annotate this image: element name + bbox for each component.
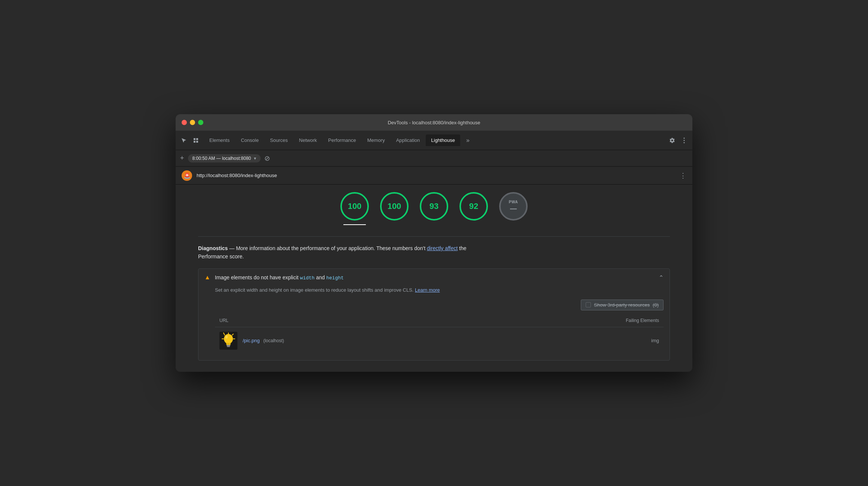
tab-network[interactable]: Network (294, 134, 322, 146)
third-party-count: (0) (653, 302, 659, 308)
score-seo: 92 (459, 192, 488, 221)
warning-description: Set an explicit width and height on imag… (215, 286, 664, 294)
url-text-group: /pic.png (localhost) (243, 338, 284, 343)
warning-header[interactable]: ▲ Image elements do not have explicit wi… (198, 269, 670, 286)
score-circle-pwa[interactable]: PWA — (499, 192, 528, 221)
maximize-button[interactable] (198, 120, 203, 125)
tab-elements[interactable]: Elements (204, 134, 235, 146)
url-bar: + 8:00:50 AM — localhost:8080 ▾ ⊘ (176, 150, 692, 167)
tabs-right-icons (667, 135, 689, 146)
traffic-lights (182, 120, 203, 125)
diagnostics-desc-end: the (459, 245, 466, 251)
diagnostics-heading: Diagnostics (198, 245, 228, 251)
scores-row: 100 100 93 92 PWA — (198, 192, 670, 225)
show-third-party-checkbox[interactable]: Show 3rd-party resources (0) (581, 300, 664, 310)
url-column-header: URL (215, 316, 500, 327)
url-display[interactable]: 8:00:50 AM — localhost:8080 ▾ (188, 154, 261, 162)
title-bar: DevTools - localhost:8080/index-lighthou… (176, 114, 692, 131)
devtools-window: DevTools - localhost:8080/index-lighthou… (176, 114, 692, 372)
score-circle-performance[interactable]: 100 (340, 192, 369, 221)
warning-block: ▲ Image elements do not have explicit wi… (198, 268, 670, 361)
url-col-content: /pic.png (localhost) (219, 332, 495, 350)
pwa-label: PWA (509, 200, 518, 204)
svg-rect-0 (194, 138, 195, 140)
tab-application[interactable]: Application (391, 134, 425, 146)
svg-rect-2 (194, 141, 195, 143)
learn-more-link[interactable]: Learn more (415, 287, 440, 293)
svg-line-17 (224, 333, 225, 335)
lighthouse-more-options[interactable]: ⋮ (680, 171, 686, 180)
warning-title-text: Image elements do not have explicit (215, 274, 298, 280)
third-party-label: Show 3rd-party resources (594, 302, 650, 308)
svg-point-13 (225, 335, 228, 338)
window-title: DevTools - localhost:8080/index-lighthou… (388, 120, 480, 125)
tab-memory[interactable]: Memory (362, 134, 390, 146)
settings-icon[interactable] (667, 135, 677, 146)
tab-sources[interactable]: Sources (265, 134, 293, 146)
main-tabs: Elements Console Sources Network Perform… (204, 134, 667, 147)
diagnostics-section: Diagnostics — More information about the… (198, 244, 670, 261)
lighthouse-logo: 🚨 (182, 170, 192, 181)
score-circle-accessibility[interactable]: 100 (380, 192, 409, 221)
failing-elements-header: Failing Elements (500, 316, 664, 327)
directly-affect-link[interactable]: directly affect (427, 245, 458, 251)
image-url[interactable]: /pic.png (243, 338, 260, 343)
url-cell: /pic.png (localhost) (215, 327, 500, 354)
svg-rect-12 (227, 346, 230, 347)
diagnostics-description: More information about the performance o… (236, 245, 425, 251)
lighthouse-page-url: http://localhost:8080/index-lighthouse (197, 173, 675, 178)
warning-triangle-icon: ▲ (204, 274, 210, 281)
warning-and: and (316, 274, 326, 280)
diagnostics-second-line: Performance score. (198, 253, 244, 259)
warning-code-width: width (300, 275, 315, 281)
score-circle-seo[interactable]: 92 (459, 192, 488, 221)
tab-lighthouse[interactable]: Lighthouse (426, 134, 460, 146)
warning-code-height: height (326, 275, 344, 281)
diagnostics-separator: — (229, 245, 236, 251)
cursor-icon[interactable] (179, 135, 189, 146)
table-row: /pic.png (localhost) img (215, 327, 664, 354)
image-host: (localhost) (263, 338, 284, 343)
url-time: 8:00:50 AM — localhost:8080 (192, 156, 251, 161)
element-cell: img (500, 327, 664, 354)
minimize-button[interactable] (190, 120, 195, 125)
svg-point-5 (684, 140, 685, 141)
lightbulb-svg (221, 332, 236, 349)
tab-performance[interactable]: Performance (323, 134, 361, 146)
svg-point-4 (684, 137, 685, 139)
svg-rect-3 (196, 141, 198, 143)
score-circle-best-practices[interactable]: 93 (420, 192, 448, 221)
score-value-performance: 100 (348, 201, 362, 211)
url-dropdown-icon[interactable]: ▾ (254, 156, 256, 161)
score-accessibility: 100 (380, 192, 409, 221)
score-best-practices: 93 (420, 192, 448, 221)
warning-title: Image elements do not have explicit widt… (215, 274, 654, 281)
score-pwa: PWA — (499, 192, 528, 221)
close-button[interactable] (182, 120, 187, 125)
svg-point-7 (224, 334, 233, 344)
svg-rect-11 (227, 345, 230, 346)
lighthouse-header-bar: 🚨 http://localhost:8080/index-lighthouse… (176, 167, 692, 185)
image-thumbnail (219, 332, 237, 350)
pwa-dash: — (510, 205, 517, 213)
block-icon[interactable]: ⊘ (264, 154, 270, 162)
tabs-bar: Elements Console Sources Network Perform… (176, 131, 692, 150)
tab-console[interactable]: Console (236, 134, 264, 146)
third-party-row: Show 3rd-party resources (0) (215, 300, 664, 310)
svg-line-15 (232, 334, 233, 335)
score-value-accessibility: 100 (388, 201, 401, 211)
tab-more[interactable]: » (461, 134, 475, 147)
add-tab-button[interactable]: + (180, 154, 184, 162)
checkbox-box (586, 302, 591, 307)
devtools-icon-group (179, 135, 201, 146)
score-performance: 100 (340, 192, 369, 221)
divider (198, 236, 670, 237)
score-value-best-practices: 93 (430, 201, 438, 211)
svg-rect-1 (196, 138, 198, 140)
svg-point-6 (684, 142, 685, 143)
more-vert-icon[interactable] (679, 135, 689, 146)
warning-body: Set an explicit width and height on imag… (198, 286, 670, 360)
layers-icon[interactable] (191, 135, 201, 146)
diagnostic-table: URL Failing Elements (215, 316, 664, 354)
chevron-up-icon[interactable]: ⌃ (659, 274, 664, 281)
